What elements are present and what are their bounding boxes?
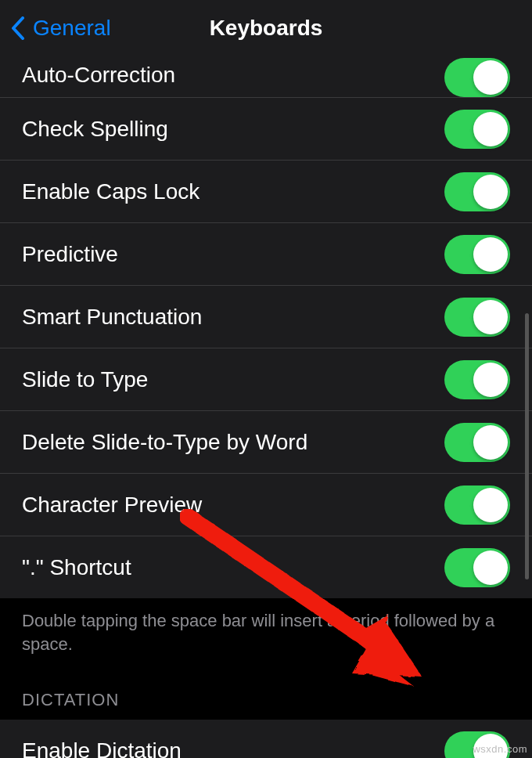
switch-knob <box>473 300 508 334</box>
row-smart-punctuation[interactable]: Smart Punctuation <box>0 285 532 348</box>
back-label: General <box>33 16 111 41</box>
switch-knob <box>473 237 508 272</box>
switch-character-preview[interactable] <box>444 485 510 525</box>
row-predictive[interactable]: Predictive <box>0 222 532 285</box>
scroll-indicator[interactable] <box>525 313 529 579</box>
settings-group-keyboard: Auto-Correction Check Spelling Enable Ca… <box>0 56 532 598</box>
row-label: Predictive <box>22 242 118 267</box>
switch-delete-slide-to-type[interactable] <box>444 423 510 462</box>
watermark: wsxdn.com <box>473 743 527 755</box>
row-auto-correction[interactable]: Auto-Correction <box>0 56 532 97</box>
row-slide-to-type[interactable]: Slide to Type <box>0 348 532 410</box>
row-label: Auto-Correction <box>22 56 175 88</box>
row-delete-slide-to-type[interactable]: Delete Slide-to-Type by Word <box>0 410 532 473</box>
row-label: Enable Caps Lock <box>22 179 200 204</box>
switch-slide-to-type[interactable] <box>444 360 510 399</box>
switch-knob <box>473 363 508 397</box>
switch-period-shortcut[interactable] <box>444 548 510 587</box>
switch-knob <box>473 425 508 460</box>
switch-knob <box>473 175 508 209</box>
switch-smart-punctuation[interactable] <box>444 298 510 337</box>
switch-enable-caps-lock[interactable] <box>444 172 510 211</box>
section-header-dictation: DICTATION <box>0 671 532 720</box>
footer-period-help: Double tapping the space bar will insert… <box>0 598 532 671</box>
page-title: Keyboards <box>210 16 323 41</box>
switch-knob <box>473 60 508 95</box>
row-label: Check Spelling <box>22 117 168 142</box>
row-label: Smart Punctuation <box>22 305 202 330</box>
switch-check-spelling[interactable] <box>444 110 510 149</box>
switch-predictive[interactable] <box>444 235 510 274</box>
switch-knob <box>473 112 508 146</box>
switch-knob <box>473 550 508 585</box>
row-check-spelling[interactable]: Check Spelling <box>0 97 532 160</box>
row-enable-caps-lock[interactable]: Enable Caps Lock <box>0 160 532 222</box>
chevron-left-icon <box>11 17 25 39</box>
switch-knob <box>473 488 508 522</box>
row-label: Slide to Type <box>22 367 148 392</box>
navbar: General Keyboards <box>0 0 532 56</box>
back-button[interactable]: General <box>11 0 111 56</box>
row-enable-dictation[interactable]: Enable Dictation <box>0 720 532 758</box>
switch-auto-correction[interactable] <box>444 58 510 97</box>
row-character-preview[interactable]: Character Preview <box>0 473 532 536</box>
row-label: Character Preview <box>22 493 202 518</box>
row-label: Enable Dictation <box>22 738 182 758</box>
settings-group-dictation: Enable Dictation <box>0 720 532 758</box>
row-label: "." Shortcut <box>22 555 131 580</box>
row-period-shortcut[interactable]: "." Shortcut <box>0 536 532 598</box>
row-label: Delete Slide-to-Type by Word <box>22 430 307 455</box>
